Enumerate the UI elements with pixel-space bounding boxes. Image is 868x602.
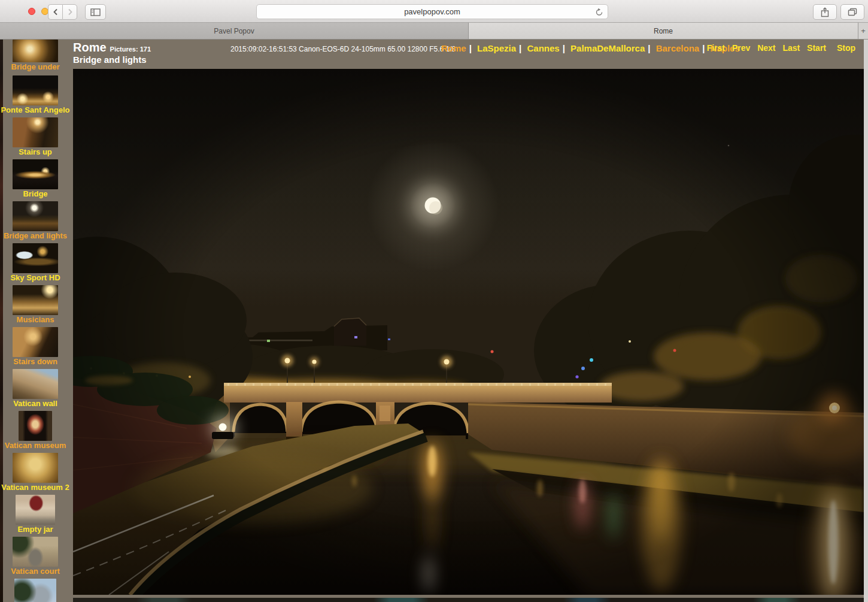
chevron-right-icon	[66, 8, 74, 16]
sidebar-item-label[interactable]: Empty jar	[17, 525, 53, 534]
sidebar-item-ponte-sant-angelo[interactable]: Ponte Sant Angelo	[0, 75, 71, 117]
pager-stop[interactable]: Stop	[837, 43, 855, 53]
sidebar-item-label[interactable]: Stairs up	[19, 147, 52, 157]
sidebar-thumbnail[interactable]	[13, 453, 58, 483]
sidebar-thumbnail[interactable]	[13, 201, 58, 231]
sidebar-item-label[interactable]: Musicians	[17, 315, 54, 325]
pictures-label: Pictures:	[110, 46, 138, 53]
sidebar-thumbnail[interactable]	[13, 40, 58, 62]
sidebar-item-stairs-up[interactable]: Stairs up	[0, 117, 71, 159]
gallery-link-rome[interactable]: Rome	[441, 43, 466, 53]
sidebar-thumbnail[interactable]	[13, 159, 58, 189]
sidebar-item-partial[interactable]	[0, 579, 71, 602]
sidebar-item-label[interactable]: Vatican court	[11, 567, 60, 576]
history-nav-group	[48, 4, 77, 20]
gallery-link-cannes[interactable]: Cannes	[527, 43, 559, 53]
sidebar-item-label[interactable]: Bridge under	[11, 62, 60, 72]
sidebar-item-bridge-and-lights[interactable]: Bridge and lights	[0, 201, 71, 243]
share-button[interactable]	[813, 4, 837, 20]
pager-first[interactable]: First	[707, 43, 725, 53]
sidebar-thumbnail[interactable]	[13, 327, 58, 357]
sidebar-toggle-button[interactable]	[85, 4, 106, 20]
pager-last[interactable]: Last	[782, 43, 800, 53]
tab-rome[interactable]: Rome	[469, 23, 858, 39]
separator: |	[469, 43, 472, 53]
gallery-link-laspezia[interactable]: LaSpezia	[477, 43, 516, 53]
gallery-header: RomePictures: 171	[73, 41, 151, 55]
browser-titlebar: pavelpopov.com	[0, 0, 868, 23]
pager-prev[interactable]: Prev	[732, 43, 750, 53]
close-window-button[interactable]	[28, 8, 35, 15]
tab-label: Pavel Popov	[214, 27, 254, 35]
new-tab-button[interactable]: +	[858, 23, 868, 39]
pager-next[interactable]: Next	[757, 43, 775, 53]
sidebar-item-vatican-wall[interactable]: Vatican wall	[0, 369, 71, 411]
sidebar-item-label[interactable]: Vatican museum	[5, 441, 66, 450]
reload-icon[interactable]	[595, 8, 603, 17]
separator: |	[648, 43, 650, 53]
back-button[interactable]	[48, 4, 62, 20]
sidebar-thumbnail[interactable]	[13, 285, 58, 315]
gallery-link-barcelona[interactable]: Barcelona	[656, 43, 700, 53]
sidebar-item-label[interactable]: Ponte Sant Angelo	[1, 105, 69, 115]
sidebar-item-sky-sport-hd[interactable]: Sky Sport HD	[0, 243, 71, 285]
main-photo	[73, 69, 864, 595]
sidebar-thumbnail[interactable]	[13, 75, 58, 105]
tabs-overview-icon	[848, 8, 857, 16]
plus-icon: +	[861, 26, 866, 35]
bridge-night-photo	[73, 69, 864, 595]
sidebar-item-label[interactable]: Vatican museum 2	[1, 483, 69, 492]
exif-info: 2015:09:02-16:51:53 Canon-EOS-6D 24-105m…	[230, 45, 456, 53]
sidebar-item-bridge[interactable]: Bridge	[0, 159, 71, 201]
sidebar-thumbnail[interactable]	[14, 579, 56, 602]
address-bar-url: pavelpopov.com	[404, 7, 460, 16]
right-page-margin	[864, 40, 868, 602]
sidebar-item-vatican-court[interactable]: Vatican court	[0, 537, 71, 579]
bottom-image-strip	[73, 598, 864, 602]
sidebar-icon	[90, 8, 101, 16]
show-all-tabs-button[interactable]	[840, 4, 864, 20]
sidebar-thumbnail[interactable]	[13, 537, 58, 567]
tab-pavel-popov[interactable]: Pavel Popov	[0, 23, 469, 39]
photo-title: Bridge and lights	[73, 55, 147, 65]
sidebar-thumbnail[interactable]	[13, 117, 58, 147]
gallery-title: Rome	[73, 41, 107, 54]
slideshow-controls: First Prev Next Last Start Stop	[702, 43, 855, 53]
pager-start[interactable]: Start	[807, 43, 826, 53]
tab-label: Rome	[654, 27, 673, 35]
sidebar-item-label[interactable]: Vatican wall	[13, 399, 57, 409]
main-content: RomePictures: 171 2015:09:02-16:51:53 Ca…	[73, 40, 864, 602]
sidebar-item-stairs-down[interactable]: Stairs down	[0, 327, 71, 369]
gallery-nav: Rome| LaSpezia| Cannes| PalmaDeMallorca|…	[441, 43, 740, 53]
sidebar-item-label[interactable]: Stairs down	[13, 357, 57, 367]
sidebar-thumbnail[interactable]	[13, 243, 58, 273]
forward-button[interactable]	[62, 4, 77, 20]
gallery-link-palmademallorca[interactable]: PalmaDeMallorca	[570, 43, 645, 53]
pictures-count: 171	[140, 46, 151, 53]
sidebar-item-vatican-museum-2[interactable]: Vatican museum 2	[0, 453, 71, 495]
thumbnail-sidebar: Bridge under Ponte Sant Angelo Stairs up…	[0, 40, 71, 602]
sidebar-item-label[interactable]: Bridge	[23, 189, 47, 199]
sidebar-item-bridge-under[interactable]: Bridge under	[0, 40, 71, 75]
separator: |	[519, 43, 521, 53]
sidebar-thumbnail[interactable]	[19, 411, 52, 441]
sidebar-item-vatican-museum[interactable]: Vatican museum	[0, 411, 71, 453]
sidebar-item-empty-jar[interactable]: Empty jar	[0, 495, 71, 537]
sidebar-item-label[interactable]: Bridge and lights	[4, 231, 67, 241]
chevron-left-icon	[52, 8, 59, 16]
sidebar-item-musicians[interactable]: Musicians	[0, 285, 71, 327]
separator: |	[563, 43, 565, 53]
sidebar-item-label[interactable]: Sky Sport HD	[10, 273, 60, 283]
address-bar[interactable]: pavelpopov.com	[256, 4, 608, 19]
sidebar-thumbnail[interactable]	[16, 495, 55, 525]
gallery-page: Bridge under Ponte Sant Angelo Stairs up…	[0, 40, 868, 602]
sidebar-thumbnail[interactable]	[13, 369, 58, 399]
share-icon	[821, 7, 829, 17]
tab-bar: Pavel Popov Rome +	[0, 23, 868, 40]
